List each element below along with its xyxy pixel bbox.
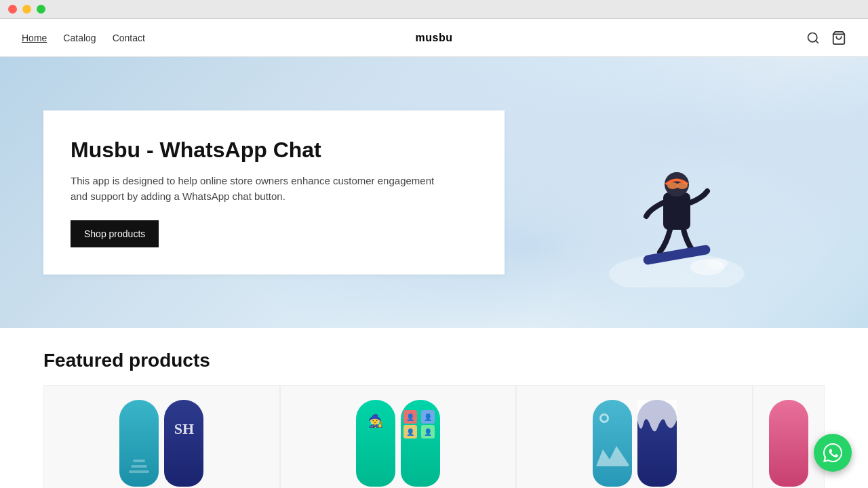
board-3a [593,400,632,487]
cart-icon[interactable] [831,30,846,45]
snowboarder-illustration [602,138,738,274]
svg-point-6 [667,182,678,189]
search-icon[interactable] [806,30,821,45]
navbar: Home Catalog Contact musbu [0,19,868,57]
nav-actions [806,30,846,45]
hero-description: This app is designed to help online stor… [71,174,450,204]
svg-line-1 [816,40,818,43]
product-2-boards: 🧙 👤 👤 👤 👤 [356,392,440,487]
nav-links: Home Catalog Contact [22,33,145,43]
board-3b [637,400,677,487]
brand-logo[interactable]: musbu [416,32,453,44]
svg-point-10 [707,258,728,269]
shop-products-button[interactable]: Shop products [71,220,159,247]
nav-home[interactable]: Home [22,33,47,43]
mac-close-button[interactable] [8,5,17,14]
product-card-1[interactable]: SH [43,385,280,488]
product-1-boards: SH [119,392,203,487]
featured-section: Featured products SH 🧙 [0,328,868,488]
product-3-boards [593,392,677,487]
nav-catalog[interactable]: Catalog [63,33,96,43]
nav-contact[interactable]: Contact [113,33,145,43]
products-grid: SH 🧙 👤 👤 👤 👤 [43,385,825,488]
svg-point-7 [677,182,688,189]
board-1b: SH [164,400,203,487]
board-2b: 👤 👤 👤 👤 [401,400,440,487]
mac-maximize-button[interactable] [37,5,45,14]
featured-title: Featured products [43,350,825,371]
product-card-2[interactable]: 🧙 👤 👤 👤 👤 [280,385,517,488]
product-4-boards [769,392,808,487]
board-4a [769,400,808,487]
board-2a: 🧙 [356,400,395,487]
board-1a [119,400,159,487]
hero-card: Musbu - WhatsApp Chat This app is design… [43,110,505,274]
hero-title: Musbu - WhatsApp Chat [71,138,472,163]
mac-minimize-button[interactable] [22,5,31,14]
hero-section: Musbu - WhatsApp Chat This app is design… [0,57,868,328]
mac-titlebar [0,0,868,19]
product-card-4[interactable] [753,385,825,488]
svg-rect-4 [663,192,690,230]
product-card-3[interactable] [516,385,753,488]
whatsapp-button[interactable] [814,434,852,472]
